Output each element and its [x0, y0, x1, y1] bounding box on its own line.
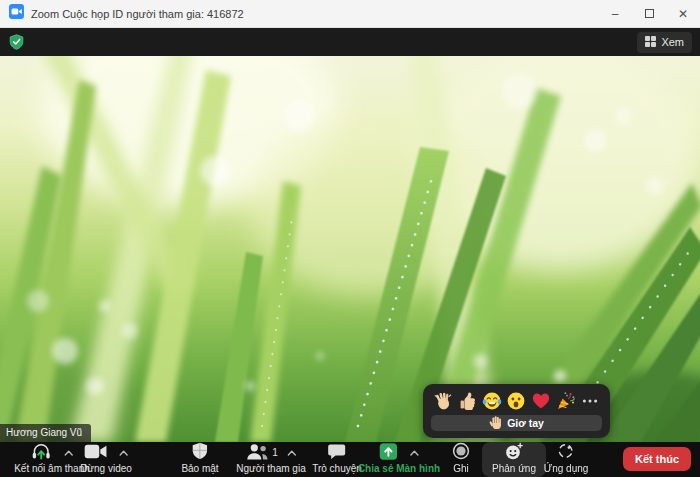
video-feed: Hương Giang Vũ — [0, 56, 700, 442]
raise-hand-label: Giơ tay — [507, 417, 544, 429]
zoom-app-icon — [9, 4, 24, 23]
bottom-toolbar: Kết nối âm thanh Dừng video — [0, 442, 700, 477]
video-camera-icon — [84, 444, 107, 462]
join-audio-label: Kết nối âm thanh — [14, 463, 90, 474]
chat-bubble-icon — [328, 443, 347, 463]
window-title: Zoom Cuộc họp ID người tham gia: 416872 — [31, 8, 244, 20]
stop-video-button[interactable]: Dừng video — [80, 442, 132, 477]
view-button-label: Xem — [661, 36, 684, 48]
encryption-shield-icon[interactable] — [9, 34, 24, 50]
record-button[interactable]: Ghi — [452, 442, 470, 477]
participants-options-chevron-icon[interactable] — [288, 450, 297, 456]
participants-count: 1 — [272, 447, 278, 458]
chat-button[interactable]: Trò chuyện — [312, 442, 362, 477]
emoji-row — [423, 384, 610, 411]
face-with-tears-of-joy-emoji-button[interactable] — [481, 390, 502, 411]
share-screen-label: Chia sẻ Màn hình — [358, 463, 440, 474]
reactions-label: Phản ứng — [492, 463, 536, 474]
maximize-icon[interactable] — [632, 0, 666, 28]
participants-label: Người tham gia — [236, 463, 305, 474]
audio-options-chevron-icon[interactable] — [64, 450, 73, 456]
apps-label: Ứng dụng — [544, 463, 589, 474]
apps-icon — [557, 442, 575, 463]
red-heart-emoji-button[interactable] — [531, 390, 552, 411]
close-icon[interactable]: ✕ — [666, 0, 700, 28]
headset-audio-icon — [30, 442, 52, 463]
party-popper-emoji-button[interactable] — [555, 390, 576, 411]
more-reactions-button[interactable] — [580, 390, 601, 411]
stop-video-label: Dừng video — [80, 463, 132, 474]
share-screen-icon — [379, 442, 398, 464]
open-mouth-emoji-button[interactable] — [506, 390, 527, 411]
grid-view-icon — [645, 36, 656, 49]
end-meeting-button[interactable]: Kết thúc — [623, 447, 691, 471]
meeting-info-bar: Xem — [0, 28, 700, 56]
clapping-hands-emoji-button[interactable] — [432, 390, 453, 411]
reactions-popup: Giơ tay — [423, 384, 610, 438]
raised-hand-icon — [489, 415, 502, 431]
join-audio-button[interactable]: Kết nối âm thanh — [14, 442, 90, 477]
view-button[interactable]: Xem — [637, 32, 692, 53]
maximize-box — [645, 9, 654, 18]
chat-label: Trò chuyện — [312, 463, 362, 474]
security-label: Bảo mật — [181, 463, 218, 474]
record-circle-icon — [452, 442, 470, 463]
record-label: Ghi — [453, 463, 469, 474]
security-shield-icon — [192, 442, 209, 463]
raise-hand-button[interactable]: Giơ tay — [431, 415, 602, 431]
video-options-chevron-icon[interactable] — [119, 450, 128, 456]
thumbs-up-emoji-button[interactable] — [457, 390, 478, 411]
participants-people-icon — [245, 443, 269, 463]
reactions-button[interactable]: Phản ứng — [482, 442, 546, 477]
share-options-chevron-icon[interactable] — [410, 450, 419, 456]
participants-button[interactable]: 1 Người tham gia — [236, 442, 305, 477]
titlebar: Zoom Cuộc họp ID người tham gia: 416872 … — [0, 0, 700, 28]
share-screen-button[interactable]: Chia sẻ Màn hình — [358, 442, 440, 477]
reactions-smiley-icon — [504, 442, 523, 464]
zoom-meeting-window: Zoom Cuộc họp ID người tham gia: 416872 … — [0, 0, 700, 477]
participant-name-label: Hương Giang Vũ — [0, 424, 91, 442]
apps-button[interactable]: Ứng dụng — [544, 442, 589, 477]
minimize-icon[interactable]: – — [598, 0, 632, 28]
security-button[interactable]: Bảo mật — [181, 442, 218, 477]
